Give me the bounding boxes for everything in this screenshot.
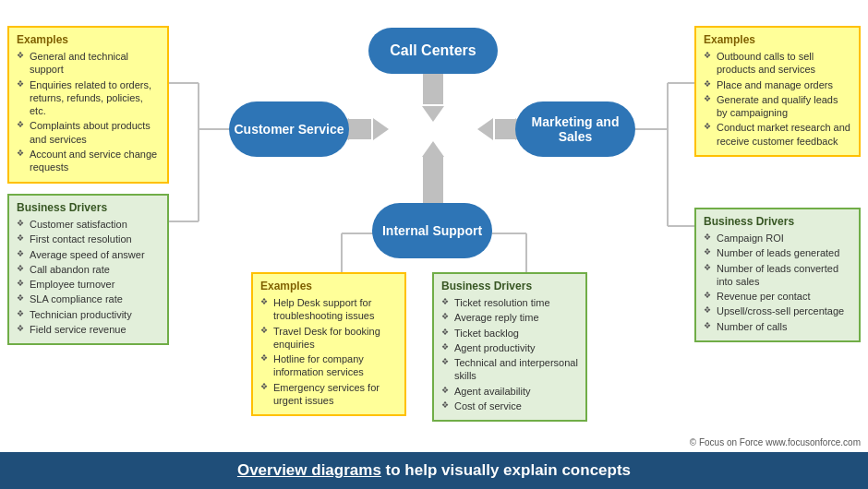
svg-marker-12 [373,118,389,140]
bottom-left-examples-list: Help Desk support for troubleshooting is… [260,296,397,407]
list-item: Agent productivity [441,341,578,354]
top-left-examples-title: Examples [17,33,160,46]
list-item: Technician productivity [17,308,160,321]
call-centers-box: Call Centers [368,28,498,74]
list-item: Number of leads converted into sales [704,262,851,289]
list-item: Number of leads generated [704,246,851,259]
bottom-right-drivers-title: Business Drivers [441,280,578,292]
list-item: Average reply time [441,311,578,324]
list-item: Customer satisfaction [17,218,160,231]
list-item: Enquiries related to orders, returns, re… [17,78,160,118]
list-item: Number of calls [704,320,851,333]
list-item: Employee turnover [17,278,160,291]
list-item: Generate and qualify leads by campaignin… [704,93,851,120]
top-right-examples-title: Examples [704,33,851,46]
list-item: Ticket resolution time [441,296,578,309]
svg-marker-15 [477,118,493,140]
list-item: Help Desk support for troubleshooting is… [260,296,397,323]
footer-plain-text: to help visually explain concepts [381,461,631,479]
list-item: First contact resolution [17,233,160,245]
top-left-drivers-list: Customer satisfaction First contact reso… [17,218,160,336]
list-item: Hotline for company information services [260,352,397,379]
top-left-examples-box: Examples General and technical support E… [7,26,169,184]
marketing-sales-box: Marketing and Sales [515,101,635,157]
top-left-drivers-box: Business Drivers Customer satisfaction F… [7,194,169,345]
list-item: Cost of service [441,400,578,412]
footer-underline-text: Overview diagrams [237,461,381,479]
list-item: Complaints about products and services [17,119,160,146]
list-item: Technical and interpersonal skills [441,356,578,383]
copyright-text: © Focus on Force www.focusonforce.com [690,437,861,447]
svg-marker-11 [422,141,444,157]
list-item: Emergency services for urgent issues [260,381,397,408]
list-item: Ticket backlog [441,327,578,340]
footer-bar: Overview diagrams to help visually expla… [0,452,868,489]
list-item: Place and manage orders [704,78,851,91]
top-right-examples-list: Outbound calls to sell products and serv… [704,50,851,148]
internal-support-box: Internal Support [372,203,492,258]
top-left-drivers-title: Business Drivers [17,201,160,214]
list-item: Revenue per contact [704,290,851,303]
footer-text: Overview diagrams to help visually expla… [237,461,631,480]
list-item: Conduct market research and receive cust… [704,121,851,148]
top-right-drivers-title: Business Drivers [704,215,851,228]
customer-service-box: Customer Service [229,101,349,157]
svg-marker-8 [422,106,444,122]
list-item: General and technical support [17,50,160,77]
main-diagram-area: Call Centers Customer Service Marketing … [0,0,868,452]
top-right-drivers-list: Campaign ROI Number of leads generated N… [704,232,851,333]
list-item: Upsell/cross-sell percentage [704,304,851,317]
list-item: Agent availability [441,385,578,398]
top-right-drivers-box: Business Drivers Campaign ROI Number of … [694,208,861,342]
list-item: Call abandon rate [17,263,160,276]
bottom-right-drivers-box: Business Drivers Ticket resolution time … [432,272,587,422]
list-item: Outbound calls to sell products and serv… [704,50,851,77]
list-item: Account and service change requests [17,148,160,174]
top-right-examples-box: Examples Outbound calls to sell products… [694,26,861,157]
bottom-left-examples-title: Examples [260,280,397,292]
bottom-right-drivers-list: Ticket resolution time Average reply tim… [441,296,578,412]
list-item: Campaign ROI [704,232,851,244]
bottom-left-examples-box: Examples Help Desk support for troublesh… [251,272,406,416]
top-left-examples-list: General and technical support Enquiries … [17,50,160,174]
list-item: Travel Desk for booking enquiries [260,325,397,352]
list-item: Field service revenue [17,323,160,336]
list-item: SLA compliance rate [17,292,160,305]
list-item: Average speed of answer [17,248,160,261]
